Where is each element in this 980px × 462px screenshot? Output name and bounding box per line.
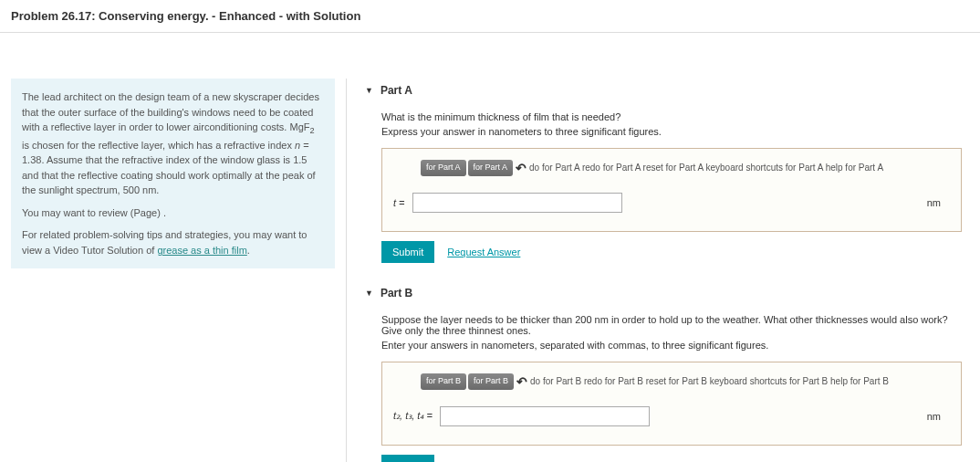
part-a-header[interactable]: ▼ Part A (365, 79, 962, 102)
review-text: You may want to review (Page) . (22, 205, 324, 221)
info-text: . (247, 245, 250, 256)
video-tutor-link[interactable]: grease as a thin film (157, 245, 246, 256)
part-b-instruction: Enter your answers in nanometers, separa… (381, 340, 962, 351)
part-b-header[interactable]: ▼ Part B (365, 281, 962, 305)
part-b: ▼ Part B Suppose the layer needs to be t… (365, 281, 962, 462)
main-layout: The lead architect on the design team of… (0, 33, 980, 462)
part-b-answer-box: for Part B for Part B ↶ do for Part B re… (381, 362, 962, 446)
toolbar-text: do for Part B redo for Part B reset for … (530, 376, 889, 386)
part-b-question: Suppose the layer needs to be thicker th… (381, 314, 962, 336)
part-a-unit: nm (927, 197, 950, 208)
info-text: is chosen for the reflective layer, whic… (22, 140, 295, 151)
chevron-down-icon: ▼ (365, 86, 373, 95)
request-answer-link[interactable]: Request Answer (447, 247, 520, 257)
part-a-question: What is the minimum thickness of film th… (381, 111, 962, 122)
toolbar-text: do for Part A redo for Part A reset for … (529, 163, 883, 173)
part-a-buttons: Submit Request Answer (381, 241, 962, 263)
part-b-variable: t₂, t₃, t₄ = (393, 410, 433, 422)
part-a-instruction: Express your answer in nanometers to thr… (381, 126, 962, 137)
part-a-input[interactable] (412, 193, 622, 213)
part-b-input[interactable] (440, 406, 650, 426)
info-text: The lead architect on the design team of… (22, 91, 319, 132)
part-b-buttons: Submit Request Answer (381, 455, 962, 462)
toolbar-btn-1[interactable]: for Part A (421, 160, 466, 176)
part-b-input-row: t₂, t₃, t₄ = nm (393, 406, 950, 426)
part-a-input-row: t = nm (393, 193, 950, 213)
part-b-unit: nm (927, 411, 950, 422)
part-a-body: What is the minimum thickness of film th… (365, 102, 962, 263)
part-a-variable: t = (393, 197, 405, 208)
undo-icon[interactable]: ↶ (516, 374, 527, 389)
undo-icon[interactable]: ↶ (516, 161, 526, 175)
toolbar-btn-1[interactable]: for Part B (421, 373, 466, 390)
problem-statement: The lead architect on the design team of… (11, 79, 335, 268)
submit-button[interactable]: Submit (381, 455, 434, 462)
part-a-answer-box: for Part A for Part A ↶ do for Part A re… (381, 148, 962, 232)
part-b-title: Part B (381, 287, 412, 299)
part-a: ▼ Part A What is the minimum thickness o… (365, 79, 962, 263)
toolbar-btn-2[interactable]: for Part B (468, 373, 514, 390)
submit-button[interactable]: Submit (381, 241, 434, 263)
part-b-toolbar: for Part B for Part B ↶ do for Part B re… (421, 373, 950, 390)
right-column: ▼ Part A What is the minimum thickness o… (347, 79, 980, 462)
subscript: 2 (309, 126, 314, 135)
toolbar-btn-2[interactable]: for Part A (468, 160, 514, 176)
part-a-toolbar: for Part A for Part A ↶ do for Part A re… (421, 160, 950, 176)
problem-title: Problem 26.17: Conserving energy. - Enha… (11, 9, 969, 23)
part-b-body: Suppose the layer needs to be thicker th… (365, 305, 962, 462)
chevron-down-icon: ▼ (365, 289, 373, 298)
left-column: The lead architect on the design team of… (0, 79, 347, 462)
page-header: Problem 26.17: Conserving energy. - Enha… (0, 0, 980, 33)
part-a-title: Part A (381, 84, 412, 97)
